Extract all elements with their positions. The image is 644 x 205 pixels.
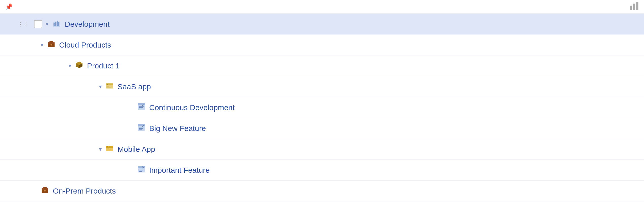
- svg-point-33: [107, 146, 108, 147]
- development-icon: [52, 19, 61, 30]
- tree-row-big-new-feature[interactable]: Big New Feature: [0, 118, 644, 139]
- svg-rect-6: [57, 21, 58, 26]
- development-label: Development: [65, 20, 110, 28]
- tree-row-product-1[interactable]: ▾ Product 1: [0, 55, 644, 76]
- svg-rect-44: [43, 187, 47, 189]
- saas-app-icon: [105, 81, 114, 92]
- cloud-products-label: Cloud Products: [59, 41, 111, 49]
- svg-point-11: [50, 44, 52, 46]
- pin-icon: 📌: [5, 3, 13, 10]
- tree-row-saas-app[interactable]: ▾ SaaS app: [0, 76, 644, 97]
- on-prem-products-icon: [41, 186, 49, 196]
- svg-rect-0: [630, 6, 632, 10]
- svg-point-45: [44, 190, 46, 192]
- svg-rect-38: [138, 166, 145, 168]
- svg-rect-22: [138, 103, 145, 105]
- svg-rect-10: [49, 41, 53, 43]
- svg-rect-20: [107, 87, 111, 87]
- svg-rect-1: [633, 4, 635, 10]
- svg-rect-27: [138, 124, 145, 126]
- mobile-app-label: Mobile App: [117, 145, 155, 154]
- svg-point-34: [108, 146, 109, 147]
- tree-row-cloud-products[interactable]: ▾ Cloud Products: [0, 35, 644, 55]
- big-new-feature-icon: [137, 123, 146, 134]
- svg-rect-4: [54, 23, 55, 26]
- svg-rect-7: [58, 22, 59, 26]
- drag-handle[interactable]: ⋮⋮: [15, 21, 30, 27]
- continuous-development-icon: [137, 102, 146, 113]
- svg-rect-5: [55, 22, 56, 26]
- chevron-icon[interactable]: ▾: [41, 42, 43, 48]
- tree-row-on-prem-products[interactable]: On-Prem Products: [0, 181, 644, 201]
- continuous-development-label: Continuous Development: [149, 103, 235, 112]
- product-1-icon: [75, 61, 83, 71]
- chevron-icon[interactable]: ▾: [69, 63, 71, 69]
- row-checkbox[interactable]: [34, 20, 42, 28]
- svg-rect-18: [107, 84, 108, 85]
- svg-rect-36: [107, 150, 111, 150]
- name-column-header: 📌: [5, 3, 15, 10]
- important-feature-icon: [137, 165, 146, 175]
- tree-row-important-feature[interactable]: Important Feature: [0, 160, 644, 181]
- table-header: 📌: [0, 0, 644, 14]
- svg-rect-19: [107, 86, 109, 86]
- product-1-label: Product 1: [87, 62, 120, 70]
- chevron-icon[interactable]: ▾: [46, 21, 48, 27]
- chevron-icon[interactable]: ▾: [99, 83, 102, 90]
- chart-icon[interactable]: [629, 1, 639, 13]
- mobile-app-icon: [105, 144, 114, 155]
- tree-row-continuous-development[interactable]: Continuous Development: [0, 97, 644, 118]
- svg-rect-2: [636, 2, 638, 10]
- tree-row-mobile-app[interactable]: ▾ Mobile App: [0, 139, 644, 160]
- big-new-feature-label: Big New Feature: [149, 124, 206, 133]
- important-feature-label: Important Feature: [149, 166, 210, 174]
- tree-row-development[interactable]: ⋮⋮▾ Development: [0, 14, 644, 35]
- cloud-products-icon: [47, 40, 56, 50]
- tree-container: ⋮⋮▾ Development▾ Cloud Products▾ Product…: [0, 14, 644, 201]
- svg-rect-35: [107, 149, 109, 149]
- saas-app-label: SaaS app: [117, 82, 151, 91]
- chevron-icon[interactable]: ▾: [99, 146, 102, 153]
- on-prem-products-label: On-Prem Products: [53, 187, 116, 195]
